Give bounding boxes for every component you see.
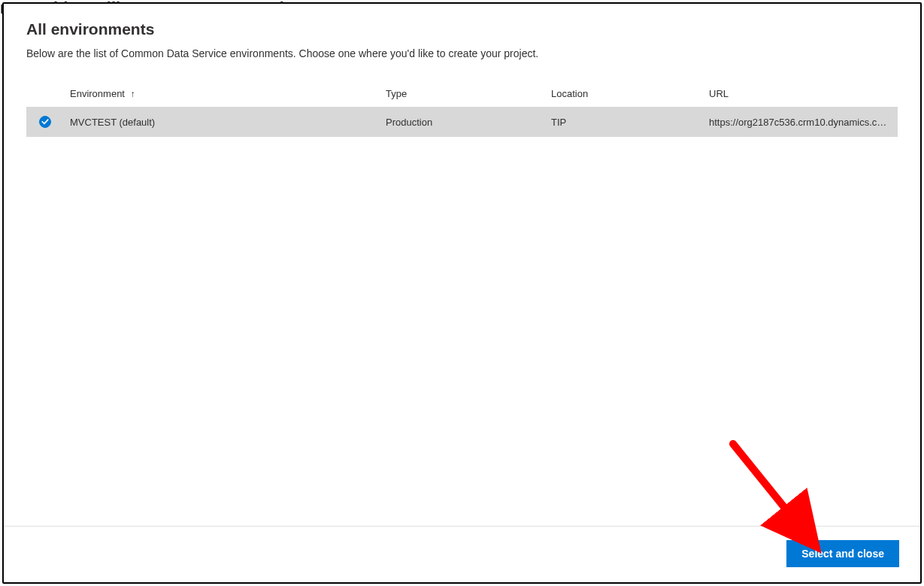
column-header-select (26, 80, 64, 107)
row-select-cell[interactable] (26, 107, 64, 137)
column-header-url-label: URL (709, 88, 729, 99)
environments-table-container: Environment ↑ Type Location URL (4, 80, 920, 526)
environments-table: Environment ↑ Type Location URL (26, 80, 898, 137)
select-and-close-button[interactable]: Select and close (786, 540, 899, 567)
column-header-type-label: Type (386, 88, 407, 99)
modal-title: All environments (26, 20, 898, 38)
column-header-type[interactable]: Type (380, 80, 545, 107)
modal-footer: Select and close (4, 526, 920, 582)
column-header-environment-label: Environment (70, 88, 125, 99)
column-header-url[interactable]: URL (703, 80, 898, 107)
column-header-location[interactable]: Location (545, 80, 703, 107)
cell-environment: MVCTEST (default) (64, 107, 380, 137)
cell-url: https://org2187c536.crm10.dynamics.com/ (703, 107, 898, 137)
modal-subtitle: Below are the list of Common Data Servic… (26, 47, 898, 59)
column-header-environment[interactable]: Environment ↑ (64, 80, 380, 107)
modal-header: All environments Below are the list of C… (4, 4, 920, 80)
table-header-row: Environment ↑ Type Location URL (26, 80, 898, 107)
sort-ascending-icon: ↑ (131, 89, 135, 99)
cell-type: Production (380, 107, 545, 137)
column-header-location-label: Location (551, 88, 588, 99)
cell-location: TIP (545, 107, 703, 137)
table-row[interactable]: MVCTEST (default) Production TIP https:/… (26, 107, 898, 137)
selected-check-icon (39, 116, 51, 128)
environment-picker-modal: All environments Below are the list of C… (2, 2, 922, 584)
